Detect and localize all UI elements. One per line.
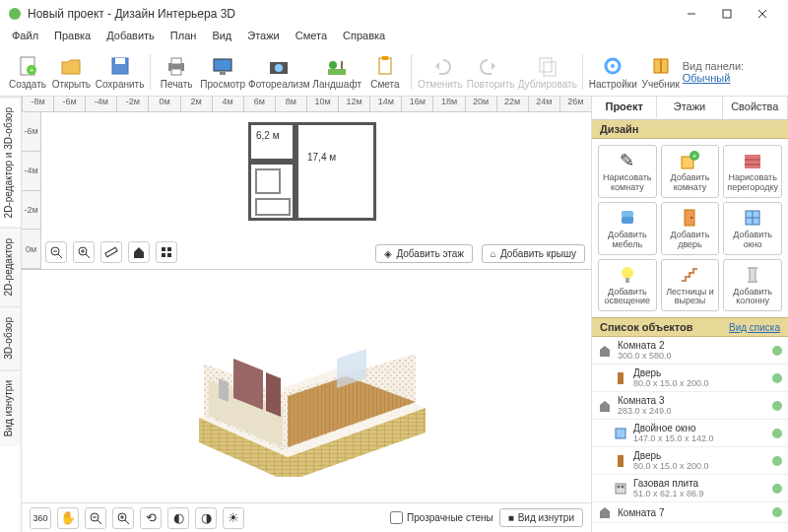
undo-button[interactable]: Отменить — [416, 52, 465, 92]
visibility-toggle[interactable] — [772, 507, 782, 517]
model-3d[interactable] — [179, 299, 445, 477]
svg-rect-56 — [745, 155, 760, 168]
list-view-link[interactable]: Вид списка — [729, 322, 780, 333]
menubar: Файл Правка Добавить План Вид Этажи Смет… — [0, 28, 788, 47]
print-button[interactable]: Печать — [155, 52, 198, 92]
transparent-walls-checkbox[interactable]: Прозрачные стены — [390, 511, 493, 524]
menu-plan[interactable]: План — [164, 28, 203, 47]
floor-plan[interactable]: 6,2 м 17,4 м — [248, 122, 376, 240]
add-floor-button[interactable]: ◈Добавить этаж — [375, 244, 473, 263]
view-2d[interactable]: -6м-4м-2м0м 6,2 м 17,4 м ◈Добавить этаж … — [22, 112, 591, 270]
visibility-toggle[interactable] — [772, 346, 782, 356]
inside-view-button[interactable]: ■Вид изнутри — [499, 508, 583, 527]
duplicate-button[interactable]: Дублировать — [517, 52, 578, 92]
plan-room-1[interactable] — [248, 122, 296, 162]
maximize-button[interactable] — [709, 0, 745, 28]
close-button[interactable] — [745, 0, 780, 28]
tab-3d[interactable]: 3D-обзор — [0, 306, 21, 369]
svg-rect-11 — [171, 58, 181, 64]
visibility-toggle[interactable] — [772, 373, 782, 383]
add-lighting-button[interactable]: Добавить освещение — [598, 259, 657, 312]
visibility-toggle[interactable] — [772, 429, 782, 438]
draw-partition-button[interactable]: Нарисовать перегородку — [723, 145, 782, 198]
tab-2d-3d[interactable]: 2D-редактор и 3D-обзор — [0, 97, 21, 228]
plan-room-3[interactable] — [248, 162, 296, 221]
object-item[interactable]: Комната 2300.0 x 580.0 — [592, 337, 788, 365]
ruler-button[interactable] — [100, 241, 122, 263]
menu-edit[interactable]: Правка — [48, 28, 97, 47]
object-item[interactable]: Комната 3283.0 x 249.0 — [592, 392, 788, 420]
menu-view[interactable]: Вид — [206, 28, 237, 47]
minimize-button[interactable] — [674, 0, 709, 28]
svg-rect-59 — [622, 216, 633, 224]
settings-button[interactable]: Настройки — [587, 52, 639, 92]
stairs-button[interactable]: Лестницы и вырезы — [661, 259, 720, 312]
add-room-button[interactable]: +Добавить комнату — [661, 145, 720, 198]
object-item[interactable]: Двойное окно147.0 x 15.0 x 142.0 — [592, 420, 788, 447]
clipboard-icon — [373, 54, 397, 78]
design-header: Дизайн — [592, 120, 788, 139]
add-roof-button[interactable]: ⌂Добавить крышу — [482, 244, 585, 263]
titlebar: Новый проект - Дизайн Интерьера 3D — [0, 0, 788, 28]
object-item[interactable]: Дверь80.0 x 15.0 x 200.0 — [592, 365, 788, 392]
draw-room-button[interactable]: ✎Нарисовать комнату — [598, 145, 657, 198]
object-name: Дверь — [633, 450, 766, 461]
save-button[interactable]: Сохранить — [94, 52, 146, 92]
add-window-button[interactable]: Добавить окно — [723, 202, 782, 255]
plan-room-2[interactable] — [296, 122, 376, 221]
svg-rect-72 — [616, 429, 625, 438]
roof-icon: ⌂ — [491, 248, 496, 259]
svg-rect-69 — [748, 267, 757, 269]
object-item[interactable]: Дверь80.0 x 15.0 x 200.0 — [592, 447, 788, 475]
photorealism-button[interactable]: Фотореализм — [247, 52, 310, 92]
reset-view-button[interactable]: ⟲ — [140, 507, 162, 529]
object-item[interactable]: Газовая плита51.0 x 62.1 x 86.9 — [592, 475, 788, 502]
redo-button[interactable]: Повторить — [465, 52, 517, 92]
home-button[interactable] — [128, 241, 150, 263]
object-name: Газовая плита — [633, 478, 766, 489]
object-item[interactable]: Комната 7 — [592, 502, 788, 523]
create-button[interactable]: +Создать — [6, 52, 49, 92]
svg-point-75 — [618, 485, 621, 488]
visibility-toggle[interactable] — [772, 401, 782, 411]
add-door-button[interactable]: Добавить дверь — [661, 202, 720, 255]
panel-mode-link[interactable]: Обычный — [683, 72, 731, 84]
column-icon — [726, 264, 779, 286]
add-furniture-button[interactable]: Добавить мебель — [598, 202, 657, 255]
preview-button[interactable]: Просмотр — [198, 52, 247, 92]
orbit-h-button[interactable]: ◐ — [167, 507, 189, 529]
redo-icon — [479, 54, 502, 78]
tab-project[interactable]: Проект — [592, 97, 657, 119]
object-dimensions: 51.0 x 62.1 x 86.9 — [633, 489, 766, 499]
menu-floors[interactable]: Этажи — [241, 28, 285, 47]
visibility-toggle[interactable] — [772, 456, 782, 466]
zoom-in-button[interactable] — [73, 241, 95, 263]
add-column-button[interactable]: Добавить колонну — [723, 259, 782, 312]
visibility-toggle[interactable] — [772, 484, 782, 494]
zoom-out-button[interactable] — [45, 241, 67, 263]
view-3d[interactable] — [22, 270, 591, 502]
lighting-button[interactable]: ☀ — [223, 507, 244, 529]
landscape-button[interactable]: Ландшафт — [310, 52, 362, 92]
new-file-icon: + — [16, 54, 39, 78]
pan-button[interactable]: ✋ — [57, 507, 79, 529]
tab-properties[interactable]: Свойства — [723, 97, 788, 119]
tab-2d[interactable]: 2D-редактор — [0, 228, 21, 306]
menu-estimate[interactable]: Смета — [290, 28, 333, 47]
tab-floors[interactable]: Этажи — [657, 97, 722, 119]
zoom-in-3d-button[interactable] — [112, 507, 134, 529]
estimate-button[interactable]: Смета — [363, 52, 407, 92]
grid-button[interactable] — [156, 241, 177, 263]
rotate-icon: 360 — [33, 513, 47, 523]
menu-file[interactable]: Файл — [6, 28, 44, 47]
open-button[interactable]: Открыть — [49, 52, 94, 92]
menu-add[interactable]: Добавить — [100, 28, 161, 47]
tutorial-button[interactable]: Учебник — [639, 52, 683, 92]
tab-inside[interactable]: Вид изнутри — [0, 369, 21, 446]
orbit-v-button[interactable]: ◑ — [195, 507, 217, 529]
menu-help[interactable]: Справка — [337, 28, 391, 47]
rotate-360-button[interactable]: 360 — [30, 507, 51, 529]
zoom-out-3d-button[interactable] — [85, 507, 106, 529]
svg-point-25 — [611, 64, 615, 68]
svg-text:+: + — [692, 152, 697, 161]
